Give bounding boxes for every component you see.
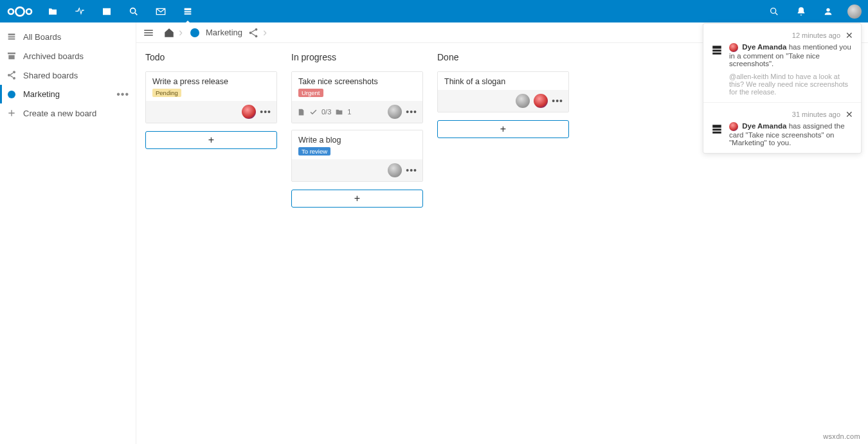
notification-time: 12 minutes ago — [792, 31, 840, 39]
activity-icon[interactable] — [72, 4, 87, 19]
card-more-icon[interactable]: ••• — [260, 110, 271, 114]
badge-urgent: Urgent — [298, 89, 323, 97]
notification-text: Dye Amanda has mentioned you in a commen… — [729, 43, 853, 96]
column-title: Todo — [145, 52, 277, 62]
svg-point-14 — [13, 77, 15, 80]
svg-point-7 — [771, 8, 776, 13]
card[interactable]: Take nice screenshots Urgent 0/3 1 ••• — [291, 71, 423, 123]
check-icon — [309, 108, 318, 116]
svg-rect-21 — [712, 53, 721, 55]
description-icon — [297, 108, 305, 116]
attach-count: 1 — [347, 108, 351, 116]
sidebar-item-label: Archived boards — [23, 51, 84, 61]
svg-point-3 — [131, 8, 136, 13]
svg-point-2 — [26, 9, 32, 14]
svg-point-8 — [826, 8, 829, 11]
svg-point-12 — [13, 71, 15, 73]
notifications-panel: 12 minutes ago ✕ Dye Amanda has mentione… — [703, 23, 862, 154]
notification[interactable]: 31 minutes ago ✕ Dye Amanda has assigned… — [703, 103, 861, 153]
mail-icon[interactable] — [153, 4, 168, 19]
actor-avatar — [729, 122, 738, 131]
hamburger-icon[interactable] — [143, 27, 154, 39]
assignee-avatar[interactable] — [388, 105, 402, 119]
svg-point-0 — [8, 9, 14, 14]
nextcloud-logo[interactable] — [6, 5, 33, 18]
assignee-avatar[interactable] — [388, 163, 402, 177]
user-avatar[interactable] — [847, 4, 862, 19]
notification[interactable]: 12 minutes ago ✕ Dye Amanda has mentione… — [703, 24, 861, 103]
contacts-icon[interactable] — [820, 4, 836, 19]
column-inprogress: In progress Take nice screenshots Urgent… — [291, 52, 423, 444]
share-icon[interactable] — [248, 27, 259, 39]
notification-subtext: @allen-keith Mind to have a look at this… — [729, 73, 853, 96]
svg-rect-24 — [712, 132, 721, 134]
svg-rect-23 — [712, 129, 721, 130]
home-icon[interactable] — [163, 27, 175, 39]
add-card-button[interactable]: + — [145, 131, 277, 149]
sidebar-board-marketing[interactable]: Marketing ••• — [0, 85, 136, 103]
sidebar-shared[interactable]: Shared boards — [0, 66, 136, 85]
app-header — [0, 0, 868, 22]
deck-icon[interactable] — [180, 4, 195, 19]
sidebar-create-board[interactable]: Create a new board — [0, 103, 136, 123]
add-card-button[interactable]: + — [437, 120, 569, 138]
gallery-icon[interactable] — [99, 4, 114, 19]
card-more-icon[interactable]: ••• — [406, 168, 417, 172]
notifications-icon[interactable] — [793, 4, 809, 19]
card[interactable]: Write a press release Pending ••• — [145, 71, 277, 123]
search-app-icon[interactable] — [126, 4, 141, 19]
svg-rect-20 — [712, 49, 721, 51]
files-icon[interactable] — [45, 4, 60, 19]
breadcrumb-chevron: › — [177, 26, 184, 39]
close-icon[interactable]: ✕ — [845, 109, 853, 120]
sidebar-item-label: Create a new board — [23, 109, 96, 118]
board-color-icon — [190, 28, 199, 37]
column-done: Done Think of a slogan ••• + — [437, 52, 569, 444]
sidebar-item-label: Marketing — [23, 89, 60, 99]
card-more-icon[interactable]: ••• — [552, 99, 563, 103]
sidebar: All Boards Archived boards Shared boards… — [0, 22, 136, 444]
breadcrumb-chevron: › — [262, 26, 268, 39]
card-title: Write a blog — [298, 136, 416, 145]
svg-rect-11 — [8, 39, 15, 40]
search-icon[interactable] — [766, 4, 782, 19]
card-title: Think of a slogan — [444, 77, 562, 86]
board-more-icon[interactable]: ••• — [116, 92, 129, 97]
column-title: Done — [437, 52, 569, 62]
notification-text: Dye Amanda has assigned the card "Take n… — [729, 122, 853, 147]
breadcrumb-board[interactable]: Marketing — [206, 28, 242, 37]
add-card-button[interactable]: + — [291, 190, 423, 208]
svg-rect-10 — [8, 36, 15, 37]
sidebar-archived[interactable]: Archived boards — [0, 46, 136, 66]
deck-app-icon — [711, 123, 723, 135]
assignee-avatar[interactable] — [534, 94, 548, 108]
sidebar-item-label: All Boards — [23, 32, 61, 42]
assignee-avatar[interactable] — [516, 94, 530, 108]
board-color-dot — [8, 91, 15, 98]
svg-point-13 — [8, 74, 10, 76]
svg-rect-22 — [712, 125, 721, 128]
svg-point-1 — [15, 7, 24, 15]
svg-rect-4 — [185, 8, 192, 10]
column-title: In progress — [291, 52, 423, 62]
card[interactable]: Write a blog To review ••• — [291, 130, 423, 182]
svg-rect-6 — [185, 13, 192, 14]
card-title: Take nice screenshots — [298, 77, 416, 86]
attachment-icon — [335, 108, 343, 116]
card-more-icon[interactable]: ••• — [406, 110, 417, 114]
svg-rect-5 — [185, 11, 192, 12]
badge-pending: Pending — [152, 89, 181, 97]
notification-time: 31 minutes ago — [792, 111, 840, 118]
svg-rect-9 — [8, 33, 15, 35]
card-title: Write a press release — [152, 77, 270, 86]
tasks-count: 0/3 — [321, 108, 331, 116]
deck-app-icon — [711, 44, 723, 56]
card[interactable]: Think of a slogan ••• — [437, 71, 569, 112]
actor-avatar — [729, 43, 738, 52]
close-icon[interactable]: ✕ — [845, 30, 853, 40]
column-todo: Todo Write a press release Pending ••• + — [145, 52, 277, 444]
assignee-avatar[interactable] — [242, 105, 256, 119]
sidebar-item-label: Shared boards — [23, 71, 78, 80]
sidebar-all-boards[interactable]: All Boards — [0, 27, 136, 46]
watermark: wsxdn.com — [823, 432, 860, 440]
